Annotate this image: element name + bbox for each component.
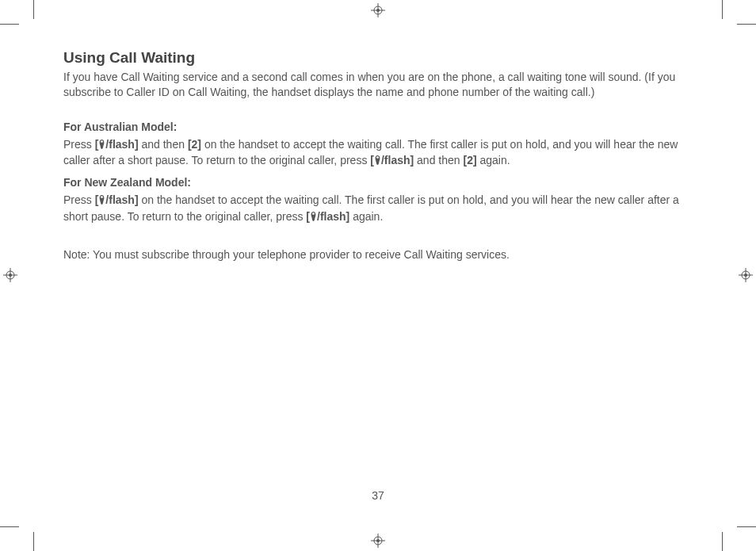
key-2: [2] [463,154,476,166]
registration-mark-icon [3,268,17,282]
crop-mark [0,24,19,25]
crop-mark [33,0,34,19]
registration-mark-icon [739,268,753,282]
svg-point-15 [744,274,747,277]
crop-mark [0,526,19,527]
note-text: Note: You must subscribe through your te… [63,248,697,261]
registration-mark-icon [371,534,385,548]
key-2: [2] [188,138,201,151]
text: again. [349,210,383,223]
subhead-newzealand: For New Zealand Model: [63,176,697,189]
section-heading: Using Call Waiting [63,49,697,67]
paragraph-australian: Press [/flash] and then [2] on the hands… [63,136,697,169]
key-flash: [/flash] [306,210,349,223]
talk-icon [310,209,317,219]
talk-icon [98,137,105,147]
talk-icon [374,153,381,163]
crop-mark [33,532,34,551]
key-flash: [/flash] [95,193,139,206]
text: Press [63,138,95,151]
text: and then [414,154,463,166]
text: Press [63,193,95,206]
svg-point-11 [9,274,12,277]
svg-point-7 [376,539,380,542]
key-flash: [/flash] [95,138,139,151]
text: and then [139,138,188,151]
crop-mark [722,0,723,19]
registration-mark-icon [371,3,385,17]
content-area: Using Call Waiting If you have Call Wait… [63,49,697,261]
paragraph-newzealand: Press [/flash] on the handset to accept … [63,192,697,224]
intro-paragraph: If you have Call Waiting service and a s… [63,70,697,100]
subhead-australian: For Australian Model: [63,121,697,133]
crop-mark [737,24,756,25]
page-number: 37 [0,489,756,502]
crop-mark [722,532,723,551]
crop-mark [737,526,756,527]
svg-point-3 [376,9,380,12]
text: again. [477,154,510,166]
manual-page: Using Call Waiting If you have Call Wait… [0,0,756,551]
talk-icon [98,193,105,202]
key-flash: [/flash] [370,154,414,166]
